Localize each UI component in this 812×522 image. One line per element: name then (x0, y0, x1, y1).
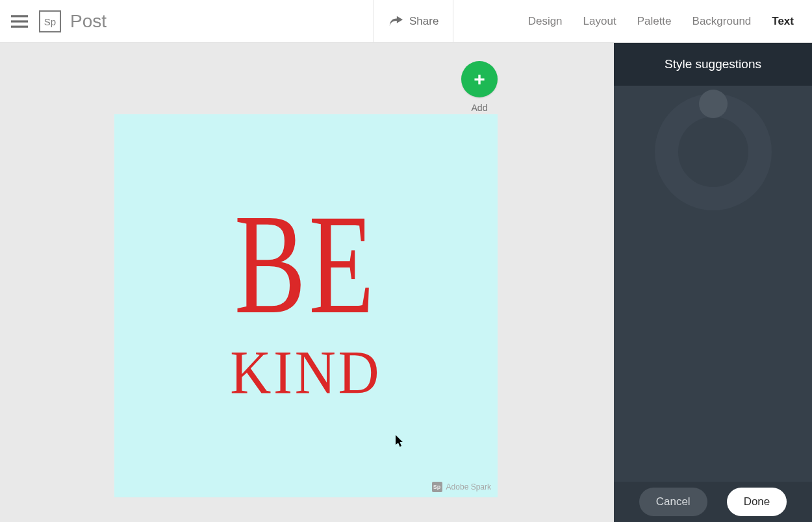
sidebar-title: Style suggestions (614, 43, 812, 86)
header-tabs: Design Layout Palette Background Text (528, 0, 812, 43)
tab-layout[interactable]: Layout (583, 15, 616, 28)
menu-button[interactable] (0, 0, 39, 43)
tab-text[interactable]: Text (772, 15, 794, 28)
design-canvas[interactable]: BE KIND Sp Adobe Spark (114, 114, 498, 497)
hamburger-icon (11, 13, 28, 30)
loading-spinner-icon (655, 93, 772, 210)
share-icon (388, 14, 403, 29)
style-suggestions-panel (614, 86, 812, 482)
done-button[interactable]: Done (727, 488, 787, 516)
right-sidebar: Style suggestions Cancel Done (614, 43, 812, 522)
plus-icon: + (461, 61, 498, 97)
sidebar-footer: Cancel Done (614, 482, 812, 522)
add-label: Add (472, 103, 488, 113)
tab-design[interactable]: Design (528, 15, 563, 28)
app-logo-block: Sp Post (39, 10, 107, 32)
main-area: + Add BE KIND Sp Adobe Spark Style sugge… (0, 43, 812, 522)
cancel-button[interactable]: Cancel (639, 488, 707, 516)
share-button[interactable]: Share (374, 0, 453, 43)
top-header: Sp Post Share Design Layout Palette Back… (0, 0, 812, 43)
app-name: Post (70, 11, 107, 32)
svg-rect-2 (11, 25, 28, 27)
watermark-logo-icon: Sp (432, 482, 442, 492)
add-button[interactable]: + Add (461, 61, 498, 113)
canvas-area: + Add BE KIND Sp Adobe Spark (0, 43, 614, 522)
tab-background[interactable]: Background (692, 15, 752, 28)
watermark: Sp Adobe Spark (432, 482, 491, 492)
share-label: Share (409, 15, 438, 28)
sp-logo-icon: Sp (39, 10, 61, 32)
svg-rect-1 (11, 20, 28, 22)
svg-rect-0 (11, 15, 28, 17)
watermark-text: Adobe Spark (446, 482, 491, 491)
tab-palette[interactable]: Palette (637, 15, 672, 28)
canvas-text-line1[interactable]: BE (235, 204, 377, 325)
canvas-text-line2[interactable]: KIND (230, 337, 381, 408)
